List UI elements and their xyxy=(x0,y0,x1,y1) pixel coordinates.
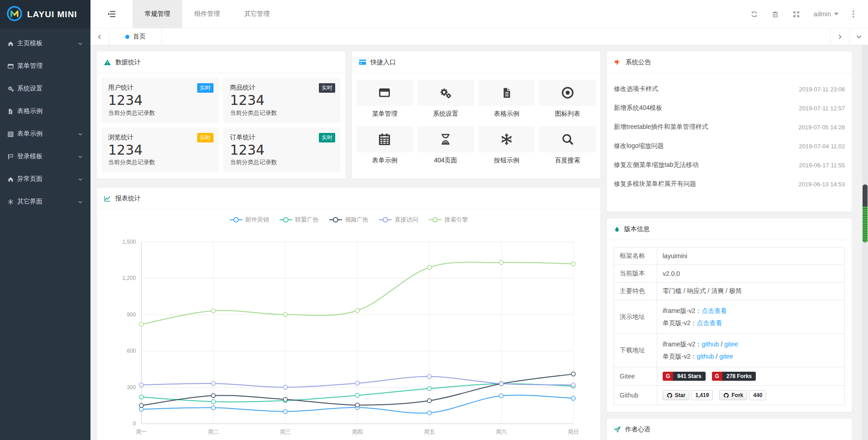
user-menu[interactable]: admin xyxy=(814,10,839,18)
svg-text:周日: 周日 xyxy=(568,429,579,435)
quick-item-baidu-search[interactable]: 百度搜索 xyxy=(539,126,596,165)
snowflake-icon xyxy=(7,199,17,205)
search-icon xyxy=(539,126,596,152)
home-icon xyxy=(7,40,17,47)
page-tabbar: 首页 xyxy=(90,28,868,45)
logo[interactable]: LAYUI MINI xyxy=(0,0,90,28)
quick-item-menu-management[interactable]: 菜单管理 xyxy=(356,80,413,118)
quick-item-button-examples[interactable]: 按钮示例 xyxy=(479,126,535,165)
fullscreen-icon[interactable] xyxy=(792,10,800,18)
sidebar-item-login-templates[interactable]: 登录模板 xyxy=(0,145,90,168)
more-options-icon[interactable] xyxy=(852,10,854,18)
download-github-link[interactable]: github xyxy=(697,353,714,360)
scrollbar-track[interactable] xyxy=(862,45,868,440)
quick-entry-title: 快捷入口 xyxy=(370,58,396,66)
table-row: 演示地址 iframe版-v2：点击查看 单页版-v2：点击查看 xyxy=(614,300,845,334)
stats-card: 数据统计 用户统计 实时 1234 当前分类总记录数 商品统计 实 xyxy=(97,52,345,179)
gitee-stars-badge[interactable]: G941 Stars xyxy=(663,372,706,381)
tab-home[interactable]: 首页 xyxy=(109,28,162,45)
quick-item-form-examples[interactable]: 表单示例 xyxy=(356,126,413,165)
nav-tab-components[interactable]: 组件管理 xyxy=(182,0,232,28)
trash-icon[interactable] xyxy=(772,10,779,18)
droplet-icon xyxy=(614,226,620,233)
demo-iframe-link[interactable]: 点击查看 xyxy=(702,307,727,314)
sidebar-item-form-examples[interactable]: 表单示例 xyxy=(0,123,90,145)
stat-value: 1234 xyxy=(108,92,212,109)
svg-text:周五: 周五 xyxy=(424,429,435,435)
octocat-icon xyxy=(667,393,673,398)
sidebar-item-menu-management[interactable]: 菜单管理 xyxy=(0,55,90,77)
legend-item[interactable]: 联盟广告 xyxy=(279,216,319,224)
announcement-row[interactable]: 修改选项卡样式 2019-07-11 23:06 xyxy=(614,80,845,99)
legend-item[interactable]: 视频广告 xyxy=(329,216,369,224)
stat-box-users: 用户统计 实时 1234 当前分类总记录数 xyxy=(101,78,219,123)
svg-text:600: 600 xyxy=(127,348,136,354)
github-fork-count: 440 xyxy=(749,390,766,400)
svg-text:周六: 周六 xyxy=(496,429,507,435)
scrollbar-thumb[interactable] xyxy=(863,185,868,242)
sidebar-menu: 主页模板 菜单管理 系统设置 表格示例 表单示例 登录 xyxy=(0,28,90,213)
stat-value: 1234 xyxy=(230,92,334,109)
report-card-title: 报表统计 xyxy=(115,194,141,203)
download-github-link[interactable]: github xyxy=(702,341,719,348)
quick-item-icon-list[interactable]: 图标列表 xyxy=(539,80,596,118)
status-badge: 实时 xyxy=(319,83,335,93)
tab-home-label: 首页 xyxy=(133,33,146,41)
table-row: 下载地址 iframe版-v2：github / gitee 单页版-v2：gi… xyxy=(614,334,845,367)
tabs-more-button[interactable] xyxy=(849,28,868,45)
username: admin xyxy=(814,10,831,18)
legend-marker-icon xyxy=(329,217,342,223)
chevron-down-icon xyxy=(77,131,83,137)
caret-down-icon xyxy=(834,13,839,15)
github-star-count: 1,419 xyxy=(691,390,713,400)
line-chart-icon xyxy=(104,195,111,202)
app-root: LAYUI MINI 主页模板 菜单管理 系统设置 表格示例 表单 xyxy=(0,0,868,440)
legend-item[interactable]: 邮件营销 xyxy=(229,216,269,224)
tabbar-spacer xyxy=(162,28,830,45)
quick-item-404-page[interactable]: 404页面 xyxy=(417,126,474,165)
stat-box-orders: 订单统计 实时 1234 当前分类总记录数 xyxy=(223,128,341,173)
calendar-icon xyxy=(356,126,413,152)
github-star-widget[interactable]: Star 1,419 xyxy=(663,390,713,400)
sidebar-item-error-pages[interactable]: 异常页面 xyxy=(0,168,90,190)
quick-item-system-settings[interactable]: 系统设置 xyxy=(417,80,474,118)
tabs-scroll-left-button[interactable] xyxy=(90,28,109,45)
dot-circle-icon xyxy=(539,80,596,106)
gitee-logo-icon: G xyxy=(663,372,673,381)
nav-tab-other[interactable]: 其它管理 xyxy=(232,0,282,28)
svg-text:300: 300 xyxy=(127,384,136,391)
svg-text:0: 0 xyxy=(133,421,136,427)
quick-item-table-examples[interactable]: 表格示例 xyxy=(479,80,535,118)
scrollbar-thumb-stripes xyxy=(863,207,868,242)
table-row: Github Star 1,419 Fork 440 xyxy=(614,386,845,405)
credit-card-icon xyxy=(359,59,366,66)
gitee-forks-badge[interactable]: G278 Forks xyxy=(712,372,756,381)
sidebar-item-table-examples[interactable]: 表格示例 xyxy=(0,100,90,123)
legend-item[interactable]: 直接访问 xyxy=(379,216,418,224)
demo-spa-link[interactable]: 点击查看 xyxy=(697,319,722,326)
announcement-row[interactable]: 新增treetable插件和菜单管理样式 2019-07-05 14:28 xyxy=(614,118,845,137)
collapse-sidebar-button[interactable] xyxy=(90,0,133,28)
svg-text:1,500: 1,500 xyxy=(122,239,136,245)
flag-icon xyxy=(7,153,17,160)
refresh-icon[interactable] xyxy=(750,10,758,18)
header-nav-tabs: 常规管理 组件管理 其它管理 xyxy=(133,0,282,28)
legend-marker-icon xyxy=(229,217,243,223)
nav-tab-general[interactable]: 常规管理 xyxy=(133,0,182,28)
github-fork-widget[interactable]: Fork 440 xyxy=(719,390,766,400)
status-badge: 实时 xyxy=(197,133,213,142)
announcement-row[interactable]: 修复多模块菜单栏展开有问题 2019-06-13 14:53 xyxy=(614,175,845,194)
svg-text:周三: 周三 xyxy=(280,429,291,435)
sidebar-item-other-ui[interactable]: 其它界面 xyxy=(0,190,90,213)
announcement-row[interactable]: 修改logo缩放问题 2019-07-04 11:02 xyxy=(614,137,845,156)
legend-item[interactable]: 搜索引擎 xyxy=(428,216,468,224)
sidebar-item-system-settings[interactable]: 系统设置 xyxy=(0,77,90,100)
tabs-scroll-right-button[interactable] xyxy=(830,28,849,45)
sidebar-item-home-templates[interactable]: 主页模板 xyxy=(0,32,90,55)
announcement-row[interactable]: 修复左侧菜单缩放tab无法移动 2019-06-17 11:55 xyxy=(614,156,845,175)
download-gitee-link[interactable]: gitee xyxy=(719,353,733,360)
gitee-logo-icon: G xyxy=(712,372,722,381)
announcement-row[interactable]: 新增系统404模板 2019-07-11 12:57 xyxy=(614,99,845,118)
megaphone-icon xyxy=(614,59,621,66)
download-gitee-link[interactable]: gitee xyxy=(724,341,738,348)
